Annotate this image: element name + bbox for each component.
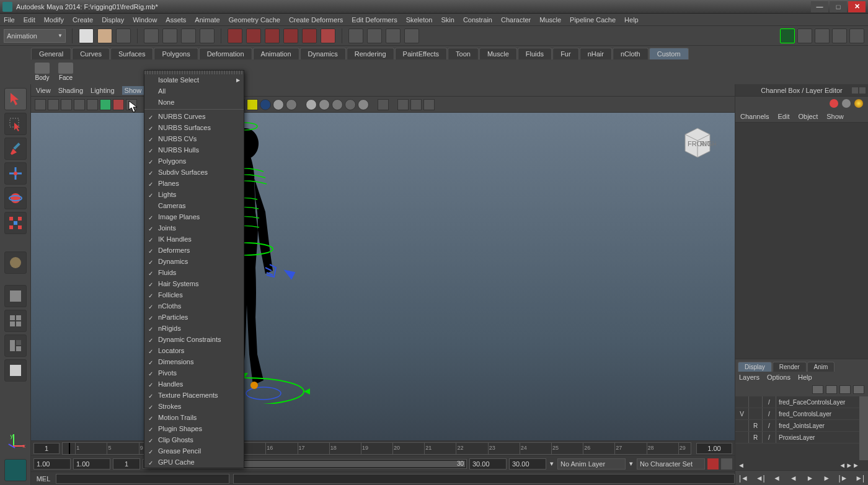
menu-edit[interactable]: Edit [24,16,35,24]
wireframe-icon[interactable] [247,99,258,110]
snap-grid-icon[interactable] [228,28,242,43]
cb-tab-edit[interactable]: Edit [777,113,789,120]
playback-start-field[interactable]: 1.00 [73,458,110,470]
manip-icon[interactable] [830,99,838,108]
layout-script-icon[interactable] [4,359,27,382]
show-menu-locators[interactable]: Locators [144,345,244,356]
lasso-icon[interactable] [200,28,215,43]
shelf-tab-toon[interactable]: Toon [448,48,479,59]
render-icon[interactable] [348,28,363,43]
field-chart-icon[interactable] [113,99,124,110]
menu-geometry-cache[interactable]: Geometry Cache [229,16,280,24]
minimize-button[interactable]: — [811,1,828,12]
shelf-group-face[interactable]: Face [58,63,73,81]
panel-menu-shading[interactable]: Shading [58,87,83,94]
menu-help[interactable]: Help [624,16,639,24]
bookmark-icon[interactable] [48,99,59,110]
close-button[interactable]: ✕ [848,1,866,12]
layout-four-icon[interactable] [4,310,27,332]
show-menu-ncloths[interactable]: nCloths [144,300,244,312]
menu-modify[interactable]: Modify [44,16,64,24]
shelf-tab-nhair[interactable]: nHair [580,48,612,59]
select-tool[interactable] [4,88,27,110]
toolbox-icon-2[interactable] [815,28,830,43]
shelf-tab-animation[interactable]: Animation [253,48,299,59]
menu-animate[interactable]: Animate [195,16,219,24]
show-menu-lights[interactable]: Lights [144,189,244,200]
show-menu-dynamics[interactable]: Dynamics [144,256,244,267]
xray-icon[interactable] [397,99,409,110]
hyper-icon[interactable] [854,99,863,108]
cb-tab-object[interactable]: Object [798,113,818,120]
ao-icon[interactable] [332,99,343,110]
shadow-icon[interactable] [319,99,330,110]
shelf-tab-dynamics[interactable]: Dynamics [300,48,346,59]
anim-end-field[interactable]: 30.00 [509,458,546,470]
undo-icon[interactable] [144,28,159,43]
step-back-button[interactable]: ◄ [771,473,783,483]
xray-joints-icon[interactable] [410,99,422,110]
scale-tool[interactable] [4,212,27,234]
show-menu-strokes[interactable]: Strokes [144,401,244,412]
go-to-start-button[interactable]: |◄ [737,473,750,483]
paint-tool[interactable] [4,138,27,160]
menu-skeleton[interactable]: Skeleton [406,16,433,24]
shelf-tab-rendering[interactable]: Rendering [347,48,394,59]
speed-icon[interactable] [842,99,851,108]
layer-scrollbar[interactable] [859,396,868,460]
show-menu-plugin-shapes[interactable]: Plugin Shapes [144,423,244,434]
new-scene-icon[interactable] [79,28,94,43]
shelf-tab-muscle[interactable]: Muscle [479,48,517,59]
lasso-tool[interactable] [4,113,27,135]
layout-single-icon[interactable] [4,285,27,307]
layer-move-up-icon[interactable] [812,385,823,394]
le-menu-layers[interactable]: Layers [739,374,760,381]
show-menu-motion-trails[interactable]: Motion Trails [144,412,244,423]
snap-point-icon[interactable] [265,28,280,43]
show-menu-dimensions[interactable]: Dimensions [144,356,244,367]
layer-tab-render[interactable]: Render [773,362,807,372]
shelf-tab-fur[interactable]: Fur [552,48,579,59]
shelf-tab-curves[interactable]: Curves [72,48,110,59]
show-menu-nurbs-curves[interactable]: NURBS Curves [144,111,244,122]
shelf-tab-deformation[interactable]: Deformation [199,48,252,59]
open-scene-icon[interactable] [97,28,112,43]
camera-icon[interactable] [35,99,46,110]
panel-menu-lighting[interactable]: Lighting [91,87,115,94]
image-plane-icon[interactable] [61,99,72,110]
show-menu-gpu-cache[interactable]: GPU Cache [144,457,244,468]
show-menu-subdiv-surfaces[interactable]: Subdiv Surfaces [144,167,244,178]
snap-curve-icon[interactable] [246,28,261,43]
show-menu-clip-ghosts[interactable]: Clip Ghosts [144,434,244,445]
shelf-group-body[interactable]: Body [35,63,50,81]
construction-history-icon[interactable] [780,28,795,43]
time-slider[interactable]: 1 1591314151617181920212223242526272829 … [31,440,735,455]
magnet-icon[interactable] [321,28,335,43]
menu-pipeline-cache[interactable]: Pipeline Cache [570,16,616,24]
mode-selector[interactable]: Animation ▼ [4,29,66,43]
dropdown-icon[interactable]: ▾ [549,460,555,468]
uv-tool[interactable] [4,251,27,274]
show-menu-polygons[interactable]: Polygons [144,155,244,167]
panel-close-icon[interactable] [859,87,866,94]
anim-start-field[interactable]: 1.00 [33,458,71,470]
layer-footer[interactable]: ◄ ◄►► [735,460,868,470]
menu-file[interactable]: File [4,16,15,24]
cb-tab-show[interactable]: Show [826,113,844,120]
show-menu-deformers[interactable]: Deformers [144,245,244,256]
show-menu-follicles[interactable]: Follicles [144,289,244,300]
flat-shade-icon[interactable] [273,99,284,110]
move-tool[interactable] [4,162,27,185]
show-menu-hair-systems[interactable]: Hair Systems [144,278,244,289]
show-menu-image-planes[interactable]: Image Planes [144,211,244,222]
dropdown-icon[interactable]: ▾ [628,460,634,468]
layer-row[interactable]: V/fred_ControlsLayer [735,408,868,420]
toolbox-icon-3[interactable] [832,28,847,43]
current-frame-field[interactable]: 1 [33,443,60,454]
gate-mask-icon[interactable] [100,99,111,110]
panel-menu-view[interactable]: View [36,87,51,94]
layer-row[interactable]: R/fred_JointsLayer [735,420,868,432]
step-forward-key-button[interactable]: |► [837,473,849,483]
show-menu-pivots[interactable]: Pivots [144,367,244,378]
prefs-icon[interactable] [721,458,732,470]
